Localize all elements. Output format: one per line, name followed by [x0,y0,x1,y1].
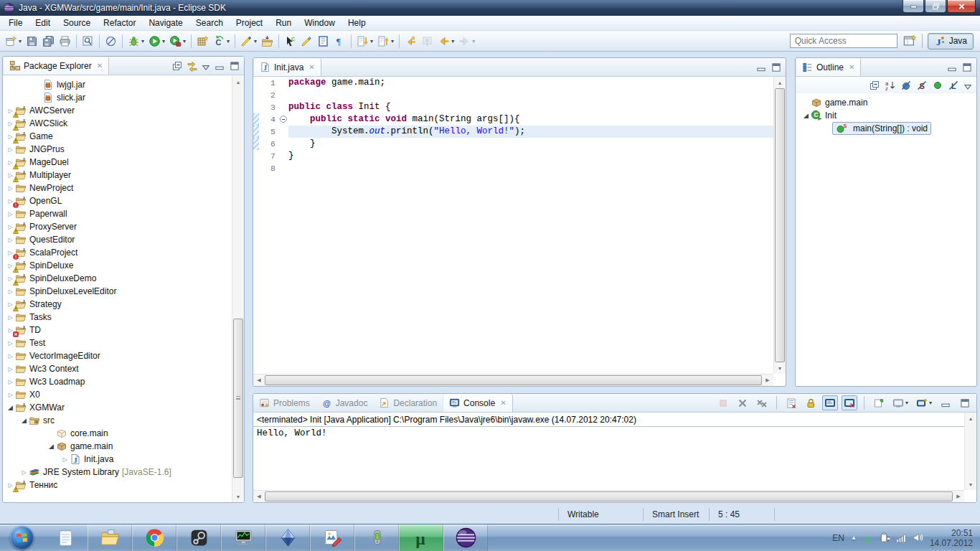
tree-arrow-icon[interactable]: ▷ [6,314,15,321]
tray-plug-icon[interactable] [880,532,890,543]
tree-arrow-icon[interactable]: ▷ [6,211,15,217]
show-stderr-button[interactable] [842,395,857,410]
tree-arrow-icon[interactable]: ▷ [6,340,15,347]
tree-item-jre-system-library[interactable]: ▷JRE System Library[JavaSE-1.6] [3,466,231,479]
tree-item-td[interactable]: ▷JTD [3,324,231,336]
outline-hide-non-public-button[interactable] [932,80,943,91]
next-annotation-button[interactable]: ▾ [354,33,375,50]
dropdown-arrow-icon[interactable]: ▾ [451,38,454,44]
tree-arrow-icon[interactable]: ◢ [6,404,15,411]
tree-item-awcserver[interactable]: ▷JAWCServer [3,104,231,117]
open-console-button[interactable]: ▾ [914,395,934,410]
tree-item-wc3-context[interactable]: ▷Wc3 Context [3,362,231,375]
code-line-2[interactable]: 2 [253,89,773,101]
outline-collapse-all-button[interactable] [869,80,880,91]
print-button[interactable] [57,33,73,50]
menu-refactor[interactable]: Refactor [97,16,142,30]
remove-launch-button[interactable] [735,395,750,410]
outline-hide-local-types-button[interactable]: L [948,80,959,91]
pin-console-button[interactable] [871,395,887,410]
taskbar-eclipse-button[interactable] [443,524,488,551]
previous-annotation-button[interactable]: ▾ [375,33,396,50]
taskbar-explorer-button[interactable] [88,524,132,551]
java-perspective-button[interactable]: J Java [928,33,974,50]
tree-arrow-icon[interactable]: ◢ [47,443,56,450]
window-minimize-button[interactable] [903,0,924,13]
tab-problems[interactable]: Problems [253,394,316,412]
clear-console-button[interactable] [783,395,799,410]
code-line-3[interactable]: 3public class Init { [253,101,773,113]
code-line-5[interactable]: 5 System.out.println("Hello, World!"); [253,126,773,138]
tray-utorrent-tray-icon[interactable]: µ [863,532,874,543]
hidden-icons-button[interactable]: ▲ [851,534,857,541]
tree-item-spindeluxe[interactable]: ▷JSpinDeluxe [3,259,231,272]
outline-item-main-string-void[interactable]: Smain(String[]) : void [796,122,976,135]
remove-all-terminated-button[interactable] [754,395,770,410]
tree-arrow-icon[interactable]: ▷ [6,185,15,192]
outline-item-game-main[interactable]: game.main [796,96,976,109]
close-tab-icon[interactable]: ✕ [97,62,103,70]
scroll-lock-button[interactable] [803,395,819,410]
tree-item-spindeluxeleveleditor[interactable]: ▷SpinDeluxeLevelEditor [3,285,231,298]
quick-access-input[interactable] [790,34,897,48]
open-perspective-button[interactable] [903,34,917,48]
taskbar-blue-diamond-app-button[interactable] [265,524,310,551]
tree-arrow-icon[interactable]: ◢ [801,112,811,119]
highlighter-button[interactable] [298,33,315,50]
tree-arrow-icon[interactable]: ▷ [6,146,15,153]
terminate-button[interactable] [715,395,731,410]
tree-item-opengl[interactable]: ▷JOpenGL [3,194,231,207]
taskbar-steam-button[interactable] [176,524,221,551]
tree-item-tasks[interactable]: ▷Tasks [3,311,231,324]
tab-javadoc[interactable]: @Javadoc [316,394,374,412]
taskbar-notepad-button[interactable] [43,524,88,551]
editor-maximize-button[interactable] [771,62,782,73]
tray-volume-icon[interactable] [913,532,923,543]
tab-init-java[interactable]: J Init.java ✕ [253,58,321,76]
tab-outline[interactable]: Outline ✕ [796,58,861,76]
menu-help[interactable]: Help [341,16,372,30]
tree-item-spindeluxedemo[interactable]: ▷JSpinDeluxeDemo [3,272,231,285]
tab-declaration[interactable]: Declaration [373,394,443,412]
minimize-button[interactable] [938,395,953,410]
run-button[interactable]: ▾ [146,33,167,50]
taskbar-chrome-button[interactable] [132,524,176,551]
maximize-button[interactable] [957,395,973,410]
save-button[interactable] [24,33,40,50]
close-tab-icon[interactable]: ✕ [308,63,314,71]
tree-item-item-31[interactable]: ▷JТеннис [3,479,231,491]
content-assist-button[interactable]: C [282,33,298,50]
language-indicator[interactable]: EN [832,533,844,543]
collapse-marker-icon[interactable] [280,116,287,123]
code-line-1[interactable]: 1package game.main; [253,77,773,89]
tab-console[interactable]: Console✕ [443,394,512,412]
console-output-area[interactable]: <terminated> Init [Java Application] C:\… [253,413,964,490]
tree-item-paperwall[interactable]: ▷Paperwall [3,207,231,220]
tree-item-init-java[interactable]: ▷JInit.java [3,453,231,466]
forward-button[interactable]: ▾ [456,33,477,50]
tree-item-scalaproject[interactable]: ▷JScalaProject [3,246,231,259]
skip-breakpoints-button[interactable] [103,33,119,50]
import-folder-button[interactable] [259,33,275,50]
tree-item-multiplayer[interactable]: ▷JMultiplayer [3,169,231,182]
window-restore-button[interactable] [925,0,946,13]
dropdown-arrow-icon[interactable]: ▾ [370,38,373,44]
window-close-button[interactable] [947,0,976,13]
tree-item-jngprus[interactable]: ▷JNGPrus [3,143,231,156]
clock[interactable]: 20:51 14.07.2012 [930,528,973,548]
console-vscrollbar[interactable]: ▲ ▼ [964,413,976,490]
tree-arrow-icon[interactable]: ◢ [19,417,29,424]
tree-arrow-icon[interactable]: ▷ [6,379,15,385]
tree-arrow-icon[interactable]: ▷ [6,353,15,359]
editor-vscrollbar[interactable]: ▲ ▼ [773,77,786,374]
dropdown-arrow-icon[interactable]: ▾ [227,38,230,44]
menu-file[interactable]: File [2,16,29,30]
show-whitespace-button[interactable]: ¶ [331,33,348,50]
package-explorer-vscrollbar[interactable]: ▲ ▼ [232,76,244,502]
code-line-6[interactable]: 6 } [253,138,773,150]
package-explorer-collapse-all-button[interactable] [171,60,183,72]
outline-minimize-button[interactable] [946,62,958,73]
back-button[interactable]: ▾ [435,33,456,50]
console-hscrollbar[interactable]: ◀ ▶ [253,490,964,502]
close-tab-icon[interactable]: ✕ [849,63,854,71]
